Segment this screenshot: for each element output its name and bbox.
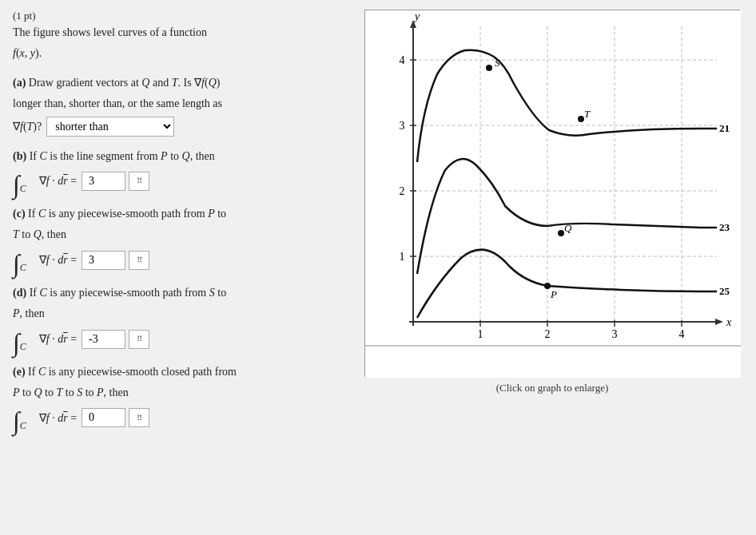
intro-line1: The figure shows level curves of a funct… [13,24,348,42]
curve-label-23: 23 [719,221,730,233]
right-panel: 1 2 3 4 1 2 3 4 x y [361,10,743,394]
point-P-label: P [550,288,557,300]
section-a: (a) Draw gradient vectors at Q and T. Is… [13,74,348,137]
section-e-integral-row: ∫ C ∇f · dr = ⠿ [13,405,348,430]
integral-sub-b: C [20,183,26,195]
point-S-label: S [495,57,500,69]
section-e-text2: P to Q to T to S to P, then [13,384,348,402]
curve-label-25: 25 [719,285,730,297]
section-e-input[interactable] [82,408,125,427]
intro-line2: f(x, y). [13,45,348,62]
section-c-text1: (c) If C is any piecewise-smooth path fr… [13,205,348,223]
integral-sub-e: C [20,420,26,432]
comparison-dropdown[interactable]: shorter than longer than the same length… [46,117,174,137]
section-c: (c) If C is any piecewise-smooth path fr… [13,205,348,273]
section-c-grid-icon[interactable]: ⠿ [129,251,149,270]
svg-text:2: 2 [545,328,551,340]
svg-text:2: 2 [400,185,405,197]
section-e: (e) If C is any piecewise-smooth closed … [13,363,348,431]
x-axis-label: x [726,316,732,328]
point-Q-label: Q [564,222,572,234]
section-d-grid-icon[interactable]: ⠿ [129,330,149,349]
svg-text:1: 1 [478,328,483,340]
integral-symbol-b: ∫ [13,172,20,197]
graph-svg: 1 2 3 4 1 2 3 4 x y [365,10,741,378]
section-b-answer-box: ⠿ [82,172,149,191]
graph-caption: (Click on graph to enlarge) [496,382,609,394]
graph-container[interactable]: 1 2 3 4 1 2 3 4 x y [364,10,740,377]
point-T [578,116,584,122]
left-panel: (1 pt) The figure shows level curves of … [13,10,348,442]
section-d-text2: P, then [13,305,348,323]
integral-expr-d: ∇f · dr = [39,332,77,346]
section-e-answer-box: ⠿ [82,408,149,427]
section-b: (b) If C is the line segment from P to Q… [13,148,348,194]
section-d: (d) If C is any piecewise-smooth path fr… [13,284,348,352]
gradient-t-label: ∇f(T)? [13,120,42,133]
point-T-label: T [584,108,591,120]
integral-expr-e: ∇f · dr = [39,411,77,425]
point-P [544,283,551,289]
section-b-grid-icon[interactable]: ⠿ [129,172,149,191]
y-axis-label: y [413,10,420,22]
problem-intro: The figure shows level curves of a funct… [13,24,348,63]
section-c-answer-box: ⠿ [82,251,149,270]
svg-text:3: 3 [400,120,405,132]
section-c-text2: T to Q, then [13,226,348,244]
points-label: (1 pt) [13,10,348,22]
section-b-integral-row: ∫ C ∇f · dr = ⠿ [13,168,348,194]
section-c-integral-row: ∫ C ∇f · dr = ⠿ [13,248,348,273]
integral-symbol-c: ∫ [13,251,20,276]
svg-text:1: 1 [400,251,405,263]
integral-symbol-d: ∫ [13,330,20,355]
section-d-answer-box: ⠿ [82,330,149,349]
integral-expr-b: ∇f · dr = [39,174,77,188]
svg-text:4: 4 [679,328,685,340]
section-b-text: (b) If C is the line segment from P to Q… [13,148,348,165]
dropdown-row: ∇f(T)? shorter than longer than the same… [13,117,348,137]
section-a-text: (a) Draw gradient vectors at Q and T. Is… [13,74,348,92]
integral-sub-d: C [20,341,26,353]
section-e-text1: (e) If C is any piecewise-smooth closed … [13,363,348,381]
integral-symbol-e: ∫ [13,408,20,434]
curve-label-21: 21 [719,122,730,134]
section-d-input[interactable] [82,330,125,349]
point-S [486,65,492,71]
svg-text:4: 4 [400,54,405,66]
integral-sub-c: C [20,262,26,274]
section-a-text2: longer than, shorter than, or the same l… [13,95,348,113]
section-d-integral-row: ∫ C ∇f · dr = ⠿ [13,327,348,352]
integral-expr-c: ∇f · dr = [39,253,77,267]
section-c-input[interactable] [82,251,125,270]
svg-text:3: 3 [612,328,618,340]
section-e-grid-icon[interactable]: ⠿ [129,408,149,427]
point-Q [558,230,564,236]
section-d-text1: (d) If C is any piecewise-smooth path fr… [13,284,348,302]
section-b-input[interactable] [82,172,125,191]
